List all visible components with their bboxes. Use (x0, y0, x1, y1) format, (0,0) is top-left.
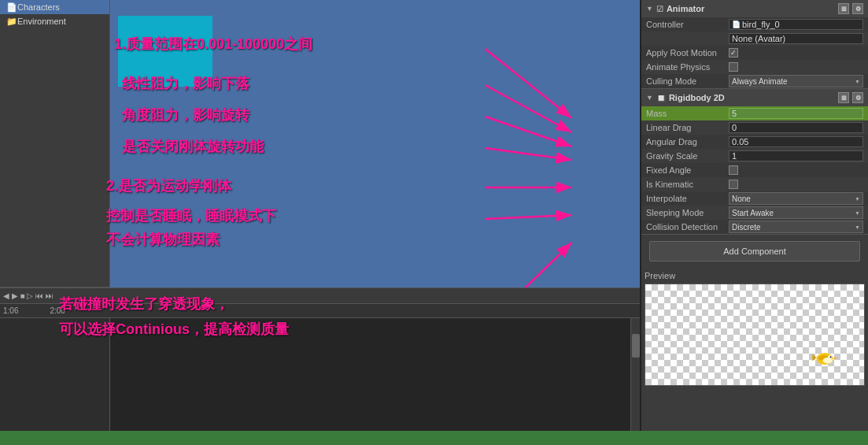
timeline-labels (0, 318, 110, 445)
scene-view (110, 0, 640, 287)
triangle-icon: ▼ (646, 5, 653, 13)
hierarchy-item-environment[interactable]: 📁 Environment (0, 14, 109, 28)
timeline-header: ◀ ▶ ■ ▷ ⏮ ⏭ (0, 288, 640, 304)
angular-drag-label: Angular Drag (646, 137, 729, 146)
interpolate-dropdown[interactable]: None (729, 192, 863, 205)
controller-label: Controller (646, 20, 729, 29)
mass-label: Mass (646, 109, 729, 118)
mass-row: Mass 5 (641, 106, 868, 121)
culling-mode-label: Culling Mode (646, 76, 729, 86)
fixed-angle-checkbox[interactable] (729, 165, 738, 175)
linear-drag-label: Linear Drag (646, 123, 729, 132)
preview-canvas (645, 284, 865, 386)
rigidbody2d-section: ▼ 🔲 Rigidbody 2D ⊞ ⚙ Mass 5 Linear Drag (641, 89, 868, 235)
avatar-value[interactable]: None (Avatar) (729, 33, 863, 44)
gravity-scale-value[interactable]: 1 (729, 150, 863, 161)
is-kinematic-label: Is Kinematic (646, 180, 729, 189)
rigidbody2d-title: Rigidbody 2D (669, 93, 725, 102)
ruler-mark-1: 1:06 (3, 306, 18, 315)
hierarchy-panel: 📄 Characters 📁 Environment (0, 0, 110, 287)
linear-drag-value[interactable]: 0 (729, 122, 863, 133)
culling-mode-dropdown[interactable]: Always Animate (729, 75, 863, 87)
collision-detection-dropdown[interactable]: Discrete (729, 221, 863, 233)
triangle-icon-rb: ▼ (646, 94, 653, 102)
preview-label: Preview (645, 271, 865, 280)
rigidbody2d-icon-1[interactable]: ⊞ (838, 92, 849, 103)
sleeping-mode-row: Sleeping Mode Start Awake (641, 206, 868, 220)
angular-drag-row: Angular Drag 0.05 (641, 135, 868, 149)
controller-value[interactable]: 📄 bird_fly_0 (729, 19, 863, 30)
apply-root-motion-row: Apply Root Motion (641, 46, 868, 60)
bottom-bar (0, 431, 868, 445)
animator-controller-row: Controller 📄 bird_fly_0 (641, 17, 868, 32)
fixed-angle-row: Fixed Angle (641, 163, 868, 177)
sleeping-mode-label: Sleeping Mode (646, 208, 729, 217)
apply-root-motion-checkbox[interactable] (729, 48, 738, 57)
check-icon: ☑ (656, 5, 663, 13)
animator-section: ▼ ☑ Animator ⊞ ⚙ Controller 📄 bird_fly_0 (641, 0, 868, 89)
collision-detection-label: Collision Detection (646, 222, 729, 232)
hierarchy-item-characters[interactable]: 📄 Characters (0, 0, 109, 14)
main-container: 📄 Characters 📁 Environment 1.质量范围在0.001-… (0, 0, 868, 445)
animate-physics-row: Animate Physics (641, 60, 868, 74)
svg-point-11 (829, 356, 831, 358)
apply-root-motion-label: Apply Root Motion (646, 48, 729, 57)
culling-mode-row: Culling Mode Always Animate (641, 74, 868, 88)
animate-physics-checkbox[interactable] (729, 62, 738, 72)
animator-avatar-row: None (Avatar) (641, 32, 868, 46)
vertical-scrollbar[interactable] (630, 318, 640, 445)
v-scrollbar-thumb[interactable] (632, 334, 640, 358)
timeline-tracks (0, 318, 640, 445)
svg-point-14 (823, 358, 833, 364)
gravity-scale-label: Gravity Scale (646, 151, 729, 161)
is-kinematic-checkbox[interactable] (729, 180, 738, 189)
interpolate-label: Interpolate (646, 194, 729, 203)
inspector-panel: ▼ ☑ Animator ⊞ ⚙ Controller 📄 bird_fly_0 (640, 0, 868, 445)
fixed-angle-label: Fixed Angle (646, 165, 729, 175)
rb-icon: 🔲 (656, 94, 666, 102)
svg-marker-13 (812, 354, 816, 362)
rigidbody2d-section-header[interactable]: ▼ 🔲 Rigidbody 2D ⊞ ⚙ (641, 89, 868, 106)
animator-icon-1[interactable]: ⊞ (838, 3, 849, 14)
preview-bird (809, 346, 840, 369)
rigidbody2d-icon-2[interactable]: ⚙ (852, 92, 863, 103)
angular-drag-value[interactable]: 0.05 (729, 136, 863, 147)
interpolate-row: Interpolate None (641, 191, 868, 206)
animator-section-header[interactable]: ▼ ☑ Animator ⊞ ⚙ (641, 0, 868, 17)
collision-detection-row: Collision Detection Discrete (641, 220, 868, 234)
add-component-button[interactable]: Add Component (649, 241, 860, 261)
svg-marker-12 (833, 357, 838, 359)
animator-title: Animator (667, 4, 704, 13)
linear-drag-row: Linear Drag 0 (641, 121, 868, 135)
scene-teal-rect (118, 16, 212, 87)
is-kinematic-row: Is Kinematic (641, 177, 868, 191)
gravity-scale-row: Gravity Scale 1 (641, 149, 868, 163)
preview-section: Preview (641, 268, 868, 445)
ruler-mark-2: 2:00 (50, 306, 65, 315)
timeline-ruler: 1:06 2:00 (0, 304, 640, 318)
annotation-area: 📄 Characters 📁 Environment 1.质量范围在0.001-… (0, 0, 640, 445)
rigidbody2d-icons: ⊞ ⚙ (838, 92, 863, 103)
sleeping-mode-dropdown[interactable]: Start Awake (729, 206, 863, 219)
timeline-panel: ◀ ▶ ■ ▷ ⏮ ⏭ 1:06 2:00 (0, 287, 640, 445)
animator-icons: ⊞ ⚙ (838, 3, 863, 14)
animator-icon-2[interactable]: ⚙ (852, 3, 863, 14)
mass-value[interactable]: 5 (729, 108, 863, 119)
timeline-content[interactable] (110, 318, 630, 445)
animate-physics-label: Animate Physics (646, 62, 729, 72)
